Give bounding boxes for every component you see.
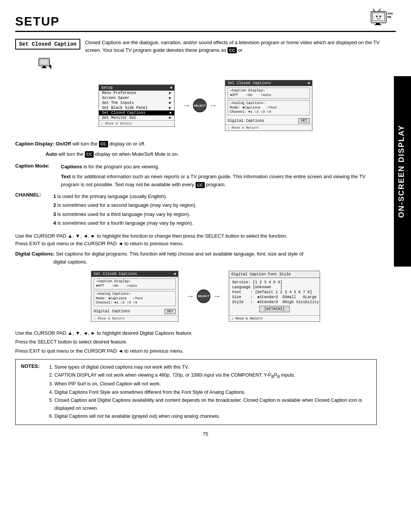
menu-item-black-panel: Set Black Side Panel►: [99, 105, 174, 110]
menu-box-title: Setup ◄: [99, 85, 174, 91]
caption-mode-content: Captions is for the program you are view…: [61, 163, 373, 189]
hitachi-button[interactable]: [HITACHI]: [259, 306, 290, 312]
header-icon: ASK ME: [369, 8, 396, 29]
radio-ch3-empty-2: [127, 301, 129, 305]
font-style-box: Digital Caption Font Style Service: [1 2…: [229, 271, 320, 322]
cc-badge-auto: CC: [85, 151, 94, 157]
text-bold: Text: [61, 174, 71, 179]
note-item-2: CAPTION DISPLAY will not work when viewi…: [54, 371, 371, 380]
diagrams-row-2: Set Closed Captions ◄ ─Caption Display─ …: [15, 271, 396, 322]
font-size-row: Size : ●Standard OSmall OLarge: [232, 295, 317, 299]
notes-ordered-list: Some types of digital closed captions ma…: [48, 363, 371, 421]
cc-badge-display: CC: [99, 141, 108, 147]
menu-item-screen-saver: Screen Saver►: [99, 96, 174, 101]
captions-bold: Captions: [61, 164, 82, 169]
analog-mode-row-2: Mode: Captions Text: [96, 297, 174, 300]
radio-auto-empty: [261, 93, 263, 97]
radio-ch1-filled: [249, 110, 250, 114]
set-button-2[interactable]: SET: [164, 309, 176, 314]
analog-captions-label: ─Analog Captions─: [230, 101, 307, 105]
menu-item-menu-pref: Menu Preference►: [99, 91, 174, 96]
font-style-title: Digital Caption Font Style: [229, 271, 320, 278]
radio-ch2-empty: [255, 110, 256, 114]
channel-item-2: 2 is sometimes used for a second languag…: [53, 201, 373, 209]
note-item-4: Digital Captions Font Style are sometime…: [54, 388, 371, 396]
notes-list: Some types of digital closed captions ma…: [48, 363, 371, 421]
channel-item-1: 1 is used for the primary language (usua…: [53, 192, 373, 201]
setup-menu-box: Setup ◄ Menu Preference► Screen Saver► S…: [99, 85, 175, 127]
analog-channel-row: Channel: 1 2 3 4: [230, 110, 307, 114]
right-arrow-icon-2: →: [209, 101, 217, 110]
digital-captions-row: Digital Captions SET: [225, 117, 312, 125]
analog-mode-row: Mode: Captions Text: [230, 106, 307, 110]
vertical-label: ON-SCREEN DISPLAY: [394, 76, 411, 267]
caption-display-radio-row-2: Off On Auto: [96, 284, 174, 288]
analog-captions-group-2: ─Analog Captions─ Mode: Captions Text Ch…: [94, 291, 176, 306]
intro-row: Set Closed Caption Closed Captions are t…: [15, 39, 396, 54]
svg-rect-1: [373, 13, 385, 21]
radio-auto-empty-2: [127, 284, 129, 288]
svg-point-7: [379, 16, 381, 17]
nav-notes-2: Use the CURSOR PAD ▲, ▼, ◄, ► to highlig…: [15, 329, 396, 355]
radio-captions-filled: [242, 106, 244, 110]
font-style-footer: ↕ Move ⊡ Return: [229, 315, 320, 321]
digital-captions-bold: Digital Captions:: [15, 251, 54, 257]
font-service-row: Service: [1 2 3 4 5 6]: [232, 280, 317, 284]
diagrams-row-1: Setup ◄ Menu Preference► Screen Saver► S…: [15, 80, 396, 131]
font-font-row: Font : [Default 1 2 3 4 5 6 7 8]: [232, 290, 317, 294]
channel-content: 1 is used for the primary language (usua…: [53, 192, 373, 228]
radio-ch1-filled-2: [115, 301, 116, 305]
svg-rect-4: [376, 23, 380, 24]
caption-setup-box: Set Closed Captions ◄ ─Caption Display─ …: [225, 80, 312, 131]
caption-display-section: Caption Display: On/Off will turn the CC…: [15, 140, 396, 158]
cc-badge-text: CC: [196, 182, 205, 188]
svg-line-2: [373, 9, 375, 11]
svg-line-3: [379, 9, 381, 11]
note-item-1: Some types of digital closed captions ma…: [54, 363, 371, 371]
caption-display-group-2: ─Caption Display─ Off On Auto: [94, 278, 176, 289]
note-item-5: Closed Caption and Digital Captions avai…: [54, 396, 371, 413]
right-arrow-icon: →: [182, 101, 191, 110]
nav-arrow-group: → SELECT →: [182, 99, 217, 112]
digital-captions-section: Digital Captions: Set captions for digit…: [15, 250, 396, 266]
radio-ch2-empty-2: [121, 301, 123, 305]
font-language-row: Language [Unknown ]: [232, 285, 317, 289]
channel-item-4: 4 is sometimes used for a fourth languag…: [53, 219, 373, 227]
analog-channel-row-2: Channel: 1 2 3 4: [96, 301, 174, 305]
radio-captions-filled-2: [108, 297, 110, 300]
font-style-body: Service: [1 2 3 4 5 6] Language [Unknown…: [229, 278, 320, 315]
digital-captions-row-2: Digital Captions SET: [91, 308, 178, 315]
analog-captions-group: ─Analog Captions─ Mode: Captions Text Ch…: [228, 100, 310, 115]
menu-box-footer: ↕ Move ⊡ Select: [99, 120, 174, 126]
svg-text:ME: ME: [387, 16, 392, 18]
svg-rect-11: [40, 59, 48, 65]
caption-setup-title-2: Set Closed Captions ◄: [91, 271, 178, 277]
right-arrow-icon-4: →: [213, 291, 221, 301]
select-button-diagram-2: SELECT: [197, 289, 210, 303]
notes-row: NOTES: Some types of digital closed capt…: [21, 363, 371, 421]
radio-text-empty: [267, 106, 269, 110]
set-button[interactable]: SET: [298, 118, 310, 123]
caption-mode-row: Caption Mode: Captions is for the progra…: [15, 163, 396, 189]
channel-section: CHANNEL: 1 is used for the primary langu…: [15, 192, 396, 228]
nav-note-line1: Use the CURSOR PAD ▲, ▼, ◄, ► to highlig…: [15, 329, 373, 337]
svg-rect-13: [41, 67, 47, 68]
cursor-line-1: Use the CURSOR PAD ▲, ▼, ◄, ► to highlig…: [15, 232, 373, 240]
caption-display-label-2: ─Caption Display─: [96, 280, 174, 283]
svg-text:ASK: ASK: [387, 12, 393, 15]
intro-or: or: [238, 47, 243, 53]
nav-note-line2: Press the SELECT button to select desire…: [15, 337, 373, 346]
caption-display-bold: Caption Display: On/Off: [15, 141, 71, 147]
page-wrapper: ON-SCREEN DISPLAY SETUP ASK ME Set Close…: [0, 0, 411, 532]
radio-ch3-empty: [261, 110, 263, 114]
auto-bold: Auto: [46, 151, 57, 157]
digital-captions-para: Digital Captions: Set captions for digit…: [15, 250, 373, 266]
svg-point-6: [376, 16, 378, 17]
caption-display-label: ─Caption Display─: [230, 89, 307, 93]
set-closed-caption-label: Set Closed Caption: [15, 39, 80, 50]
nav-note-line3: Press EXIT to quit menu or the CURSOR PA…: [15, 347, 373, 355]
tv-cursor-icon: [38, 58, 53, 72]
radio-ch4-empty: [267, 110, 269, 114]
caption-setup-footer: ↕ Move ⊡ Return: [225, 125, 312, 131]
cc-badge-intro: CC: [228, 47, 237, 53]
